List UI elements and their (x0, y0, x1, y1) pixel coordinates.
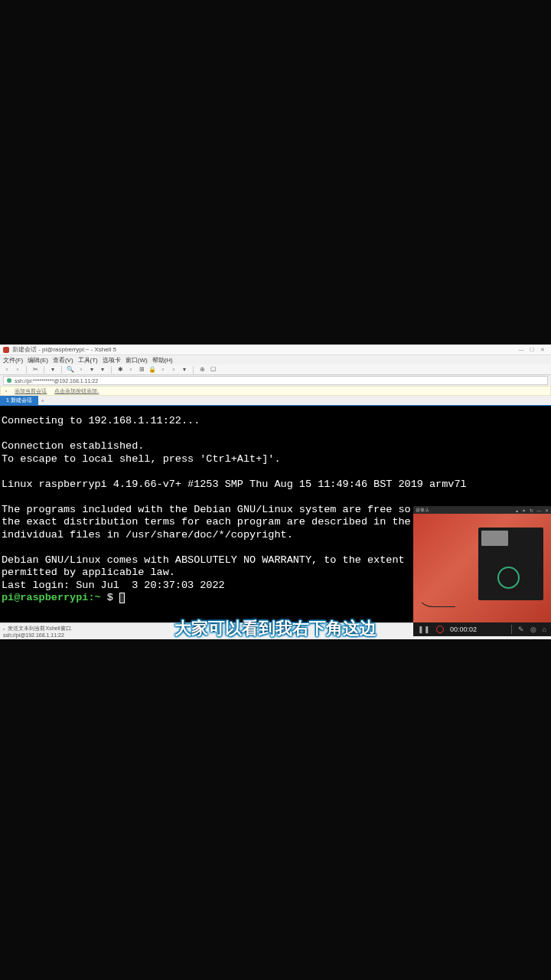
camera-controls: ❚❚ 00:00:02 ✎ ◎ ⌂ (413, 622, 551, 636)
maximize-button[interactable]: ☐ (527, 346, 537, 354)
term-line: Connecting to 192.168.1.11:22... (2, 415, 200, 426)
menu-edit[interactable]: 编辑(E) (28, 356, 48, 364)
info-link-1[interactable]: 添加当前会话 (15, 387, 47, 395)
terminal-cursor (119, 593, 125, 603)
paste-icon[interactable]: ▾ (88, 366, 96, 374)
term-line: Connection established. (2, 440, 144, 452)
wire-in-view (417, 584, 455, 607)
menu-help[interactable]: 帮助(H) (152, 356, 173, 364)
new-session-icon[interactable]: ▫ (3, 366, 11, 374)
prompt-path: :~ (88, 592, 100, 603)
prompt-symbol: $ (101, 592, 119, 603)
status-text-1: 发送文本到当前Xshell窗口. (8, 625, 72, 632)
cam-close-icon[interactable]: ✕ (545, 508, 549, 513)
profile-icon[interactable]: ▾ (49, 366, 57, 374)
window-title: 新建会话 - pi@raspberrypi:~ - Xshell 5 (12, 345, 116, 354)
camera-feed (413, 514, 551, 622)
tool-icon[interactable]: ▫ (159, 366, 167, 374)
infobar-icon: ▫ (5, 388, 7, 394)
menu-tools[interactable]: 工具(T) (78, 356, 98, 364)
term-line: The programs included with the Debian GN… (2, 504, 411, 515)
tab-add-button[interactable]: + (38, 396, 47, 405)
menu-file[interactable]: 文件(F) (3, 356, 23, 364)
term-line: To escape to local shell, press 'Ctrl+Al… (2, 453, 281, 465)
lock-icon[interactable]: 🔒 (148, 366, 156, 374)
home-icon[interactable]: ⌂ (543, 626, 546, 633)
globe-icon[interactable]: ⊕ (198, 366, 206, 374)
close-button[interactable]: ✕ (537, 346, 548, 354)
menu-view[interactable]: 查看(V) (53, 356, 73, 364)
dropdown-icon[interactable]: ▾ (181, 366, 188, 374)
record-button[interactable] (436, 626, 444, 633)
status-text-2: ssh://pi@192.168.1.11:22 (3, 632, 64, 638)
camera-title: 摄像头 (416, 507, 429, 514)
device-in-view (478, 528, 543, 600)
info-link-2[interactable]: 点击添加按钮添加. (54, 387, 99, 395)
term-line: the exact distribution terms for each pr… (2, 516, 411, 528)
infobar: ▫ 添加当前会话 点击添加按钮添加. (0, 386, 551, 396)
tabbar: 1 新建会话 + (0, 396, 551, 406)
open-icon[interactable]: ▫ (14, 366, 21, 374)
disconnect-icon[interactable]: ✂ (31, 366, 39, 374)
menu-window[interactable]: 窗口(W) (126, 356, 148, 364)
camera-window[interactable]: 摄像头 ▴ ✶ ↻ — ✕ ❚❚ 00:00:02 ✎ ◎ ⌂ (413, 506, 551, 636)
video-subtitle: 大家可以看到我右下角这边 (174, 617, 377, 640)
menubar: 文件(F) 编辑(E) 查看(V) 工具(T) 选项卡 窗口(W) 帮助(H) (0, 355, 551, 364)
address-text: ssh://pi:**********@192.168.1.11:22 (15, 378, 98, 384)
color-icon[interactable]: ▫ (127, 366, 135, 374)
term-line: Debian GNU/Linux comes with ABSOLUTELY N… (2, 554, 405, 566)
menu-tab[interactable]: 选项卡 (103, 356, 121, 364)
layout-icon[interactable]: ⊞ (138, 366, 145, 374)
toolbar: ▫ ▫ ✂ ▾ 🔍 ▫ ▾ ▾ ✱ ▫ ⊞ 🔒 ▫ ▫ ▾ ⊕ ☐ (0, 364, 551, 375)
camera-icon[interactable]: ◎ (530, 626, 536, 633)
restore-icon[interactable]: ↻ (530, 508, 533, 513)
record-time: 00:00:02 (450, 626, 505, 633)
status-icon: ▫ (3, 626, 5, 632)
connection-status-icon (7, 378, 11, 383)
tool2-icon[interactable]: ▫ (170, 366, 178, 374)
settings-icon[interactable]: ✶ (522, 508, 526, 513)
addressbar[interactable]: ssh://pi:**********@192.168.1.11:22 (3, 376, 548, 385)
copy-icon[interactable]: ▫ (77, 366, 85, 374)
camera-titlebar[interactable]: 摄像头 ▴ ✶ ↻ — ✕ (413, 506, 551, 514)
term-line: Linux raspberrypi 4.19.66-v7+ #1253 SMP … (2, 479, 467, 490)
term-line: permitted by applicable law. (2, 567, 175, 578)
help-icon[interactable]: ☐ (209, 366, 217, 374)
tab-label: 1 新建会话 (6, 397, 32, 404)
term-line: individual files in /usr/share/doc/*/cop… (2, 529, 293, 541)
font-icon[interactable]: ✱ (116, 366, 124, 374)
pencil-icon[interactable]: ✎ (518, 626, 524, 633)
prompt-user: pi@raspberrypi (2, 592, 88, 603)
pin-up-icon[interactable]: ▴ (516, 508, 518, 513)
app-icon (3, 347, 9, 353)
minimize-button[interactable]: — (516, 346, 527, 354)
cam-minimize-icon[interactable]: — (536, 508, 541, 513)
titlebar[interactable]: 新建会话 - pi@raspberrypi:~ - Xshell 5 — ☐ ✕ (0, 345, 551, 355)
pause-button[interactable]: ❚❚ (418, 626, 430, 633)
term-line: Last login: Sun Jul 3 20:37:03 2022 (2, 580, 225, 591)
session-tab[interactable]: 1 新建会话 (0, 396, 38, 405)
paste2-icon[interactable]: ▾ (99, 366, 106, 374)
search-icon[interactable]: 🔍 (67, 366, 74, 374)
